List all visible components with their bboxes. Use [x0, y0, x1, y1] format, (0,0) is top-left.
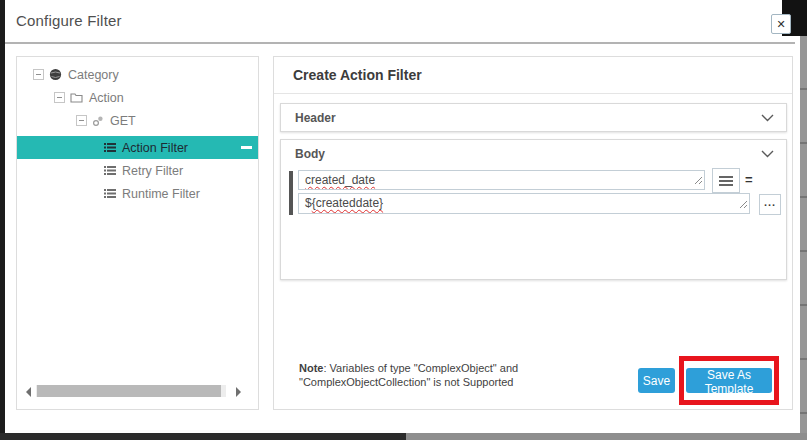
body-accordion-header[interactable]: Body — [281, 140, 786, 168]
close-icon: ✕ — [776, 19, 785, 30]
chevron-down-icon[interactable] — [761, 111, 774, 125]
ellipsis-icon: ... — [764, 196, 776, 208]
header-section-label: Header — [295, 111, 336, 125]
filter-tree-panel: Category Action GET Action Filter — [16, 56, 259, 410]
hamburger-icon — [719, 172, 733, 190]
panel-heading: Create Action Filter — [274, 57, 792, 94]
scrollbar-thumb[interactable] — [37, 385, 221, 397]
tree-item-label: Action Filter — [122, 141, 188, 155]
header-divider — [5, 42, 795, 44]
background-page-scroll-strip — [800, 36, 807, 433]
tree-item-action[interactable]: Action — [54, 86, 124, 109]
background-taskbar-dark — [0, 433, 406, 440]
close-button[interactable]: ✕ — [771, 14, 791, 34]
tree-item-retry-filter[interactable]: Retry Filter — [104, 159, 183, 182]
save-as-template-button[interactable]: Save As Template — [686, 368, 772, 393]
header-accordion[interactable]: Header — [280, 103, 787, 132]
filter-icon — [104, 142, 116, 153]
operator-label: = — [745, 172, 753, 187]
link-icon — [92, 115, 104, 127]
dialog-title: Configure Filter — [16, 12, 122, 29]
note-bold: Note — [299, 362, 323, 374]
tree-item-label: GET — [110, 114, 136, 128]
save-button[interactable]: Save — [638, 368, 675, 393]
collapse-toggle-icon[interactable] — [54, 92, 65, 103]
tree-item-label: Retry Filter — [122, 164, 183, 178]
filter-field-value: created_date — [305, 173, 375, 187]
scroll-right-arrow-icon[interactable] — [236, 387, 241, 397]
filter-icon — [104, 165, 116, 176]
tree-item-runtime-filter[interactable]: Runtime Filter — [104, 182, 200, 205]
value-prefix: $ — [305, 196, 312, 210]
value-picker-button[interactable]: ... — [759, 194, 781, 215]
chevron-down-icon[interactable] — [761, 147, 774, 161]
filter-value-input[interactable]: ${createddate} — [298, 193, 750, 214]
collapse-toggle-icon[interactable] — [33, 69, 44, 80]
tree-item-label: Runtime Filter — [122, 187, 200, 201]
folder-icon — [70, 92, 83, 104]
tree-item-get[interactable]: GET — [76, 109, 136, 132]
background-taskbar-gray — [406, 433, 807, 440]
configure-filter-dialog: Configure Filter ✕ Category Action GET — [0, 0, 807, 440]
tree-item-category[interactable]: Category — [33, 63, 119, 86]
filter-icon — [104, 188, 116, 199]
field-menu-button[interactable] — [712, 168, 740, 193]
tree-item-label: Category — [68, 68, 119, 82]
selection-marker — [241, 146, 252, 149]
filter-value-text: {createddate} — [312, 196, 383, 210]
background-page-left-edge — [0, 0, 5, 433]
resize-grip-icon[interactable] — [739, 198, 748, 212]
note-text: Note: Variables of type "ComplexObject" … — [299, 361, 518, 389]
tree-horizontal-scrollbar[interactable] — [17, 385, 258, 399]
category-icon — [49, 68, 62, 81]
body-accordion: Body created_date = ${create — [280, 139, 787, 280]
tree-item-label: Action — [89, 91, 124, 105]
body-section-label: Body — [295, 147, 325, 161]
filter-field-input[interactable]: created_date — [298, 170, 705, 190]
collapse-toggle-icon[interactable] — [76, 115, 87, 126]
resize-grip-icon[interactable] — [694, 174, 703, 188]
filter-editor-panel: Create Action Filter Header Body create — [273, 56, 793, 410]
scrollbar-track[interactable] — [36, 385, 226, 397]
scroll-left-arrow-icon[interactable] — [26, 387, 31, 397]
tree-item-action-filter[interactable]: Action Filter — [17, 136, 258, 159]
condition-group-bar — [289, 171, 293, 215]
